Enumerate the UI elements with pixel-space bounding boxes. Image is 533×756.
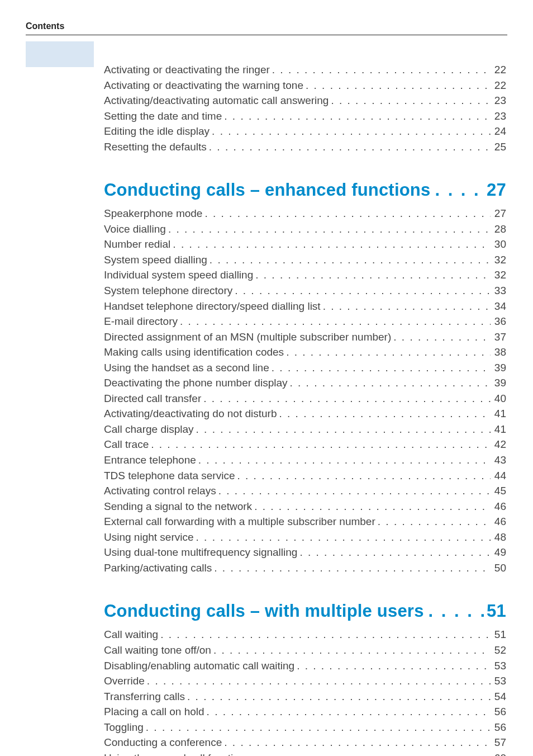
toc-entry: Using night service . . . . . . . . . . … bbox=[104, 530, 506, 545]
toc-entry-label: Number redial bbox=[104, 237, 170, 252]
toc-entry-page: 42 bbox=[491, 437, 506, 452]
toc-entry-page: 33 bbox=[491, 283, 506, 299]
toc-entry: Activating/deactivating do not disturb .… bbox=[104, 406, 506, 422]
toc-entry: Transferring calls . . . . . . . . . . .… bbox=[104, 689, 506, 705]
toc-entry: Activating control relays . . . . . . . … bbox=[104, 483, 506, 499]
toc-entry-page: 50 bbox=[491, 560, 506, 576]
toc-entry-label: Making calls using identification codes bbox=[104, 344, 284, 360]
toc-entry: Activating or deactivating the ringer . … bbox=[104, 62, 506, 78]
toc-leader: . . . . . . . . . . . . . . . . . . . . … bbox=[196, 452, 491, 468]
toc-entry-label: Handset telephone directory/speed dialli… bbox=[104, 299, 321, 314]
toc-entry-label: Editing the idle display bbox=[104, 124, 210, 139]
toc-section-page: 51 bbox=[487, 601, 506, 621]
toc-entry-page: 56 bbox=[491, 704, 506, 720]
toc-leader: . . . . . . . . . . . . . . . . . . . . … bbox=[375, 514, 491, 530]
toc-entry: Individual system speed dialling . . . .… bbox=[104, 267, 506, 283]
toc-entry-label: Deactivating the phone number display bbox=[104, 375, 287, 391]
toc-leader: . . . . . . . . . . . . . . . . . . . . … bbox=[329, 93, 491, 108]
toc-leader: . . . . . . . . . . . . . . . . . . . . … bbox=[253, 267, 491, 283]
toc-entry-label: Override bbox=[104, 673, 145, 689]
toc-leader: . . . . . . . . . . . . . . . . . . . . … bbox=[303, 78, 491, 93]
toc-entry-label: Directed assignment of an MSN (multiple … bbox=[104, 329, 391, 345]
toc-section-title: Conducting calls – enhanced functions bbox=[104, 180, 430, 200]
toc-entry-page: 41 bbox=[491, 406, 506, 422]
toc-entry: Deactivating the phone number display . … bbox=[104, 375, 506, 391]
toc-entry-label: Transferring calls bbox=[104, 689, 185, 705]
toc-entry-page: 53 bbox=[491, 658, 506, 674]
toc-entry: Using the second call function . . . . .… bbox=[104, 750, 506, 756]
toc-leader: . . . . . . . . . . . . . . . . . . . . … bbox=[294, 658, 491, 674]
toc-entry: Call trace . . . . . . . . . . . . . . .… bbox=[104, 437, 506, 452]
toc-leader: . . . . . . . . . . . . . . . . . . . . … bbox=[185, 689, 491, 705]
toc-entry-page: 43 bbox=[491, 452, 506, 468]
toc-entry-page: 25 bbox=[491, 139, 506, 155]
toc-leader: . . . . . . . . . . . . . . . . . . . . … bbox=[158, 627, 491, 642]
toc-leader: . . . . . . . . . . . . . . . . . . . . … bbox=[391, 329, 491, 345]
toc-entry: Using the handset as a second line . . .… bbox=[104, 360, 506, 376]
toc-entry: Voice dialling . . . . . . . . . . . . .… bbox=[104, 221, 506, 237]
toc-entry-page: 28 bbox=[491, 221, 506, 237]
toc-entry: Number redial . . . . . . . . . . . . . … bbox=[104, 237, 506, 252]
toc-entry-page: 48 bbox=[491, 530, 506, 545]
toc-entry-page: 27 bbox=[491, 206, 506, 221]
toc-leader: . . . . . . . . . . . . . . . . . . . . … bbox=[216, 483, 491, 499]
section-tab-strip bbox=[26, 41, 94, 67]
toc-entry-label: Call waiting bbox=[104, 627, 158, 642]
toc-entry-page: 34 bbox=[491, 299, 506, 314]
toc-entry-label: Conducting a conference bbox=[104, 735, 222, 750]
toc-entry-page: 53 bbox=[491, 673, 506, 689]
toc-entry: Conducting a conference . . . . . . . . … bbox=[104, 735, 506, 750]
toc-entry-label: Using the handset as a second line bbox=[104, 360, 269, 376]
toc-entry: Directed assignment of an MSN (multiple … bbox=[104, 329, 506, 345]
toc-entry: TDS telephone data service . . . . . . .… bbox=[104, 468, 506, 484]
toc-entry-label: Disabling/enabling automatic call waitin… bbox=[104, 658, 294, 674]
toc-section-leader: . . . . . . . . . . . . . . . . . . . . … bbox=[430, 180, 487, 200]
toc-leader: . . . . . . . . . . . . . . . . . . . . … bbox=[170, 237, 491, 252]
toc-leader: . . . . . . . . . . . . . . . . . . . . … bbox=[194, 422, 491, 437]
toc-leader: . . . . . . . . . . . . . . . . . . . . … bbox=[222, 108, 491, 124]
toc-entry: Directed call transfer . . . . . . . . .… bbox=[104, 391, 506, 407]
toc-entry: External call forwarding with a multiple… bbox=[104, 514, 506, 530]
toc-entry-page: 23 bbox=[491, 108, 506, 124]
toc-entry-label: Speakerphone mode bbox=[104, 206, 202, 221]
toc-entry-page: 23 bbox=[491, 93, 506, 108]
toc-entry: Making calls using identification codes … bbox=[104, 344, 506, 360]
toc-leader: . . . . . . . . . . . . . . . . . . . . … bbox=[277, 406, 491, 422]
toc-entry-page: 44 bbox=[491, 468, 506, 484]
toc-entry-label: Activating control relays bbox=[104, 483, 216, 499]
running-head: Contents bbox=[0, 21, 533, 35]
toc-leader: . . . . . . . . . . . . . . . . . . . . … bbox=[207, 252, 491, 268]
toc-entry-page: 49 bbox=[491, 545, 506, 560]
toc-entry-page: 39 bbox=[491, 360, 506, 376]
toc-leader: . . . . . . . . . . . . . . . . . . . . … bbox=[270, 62, 491, 78]
toc-leader: . . . . . . . . . . . . . . . . . . . . … bbox=[269, 360, 491, 376]
toc-entry-page: 37 bbox=[491, 329, 506, 345]
toc-entry-label: Using night service bbox=[104, 530, 194, 545]
toc-entry-label: Call trace bbox=[104, 437, 149, 452]
toc-entry-page: 52 bbox=[491, 642, 506, 658]
toc-leader: . . . . . . . . . . . . . . . . . . . . … bbox=[252, 499, 491, 514]
toc-entry-page: 30 bbox=[491, 237, 506, 252]
toc-entry: Call waiting . . . . . . . . . . . . . .… bbox=[104, 627, 506, 642]
toc-leader: . . . . . . . . . . . . . . . . . . . . … bbox=[201, 391, 491, 407]
toc-entry-label: Activating/deactivating do not disturb bbox=[104, 406, 277, 422]
toc-entry: Toggling . . . . . . . . . . . . . . . .… bbox=[104, 720, 506, 735]
toc-entry-label: Entrance telephone bbox=[104, 452, 196, 468]
toc-entry-page: 57 bbox=[491, 735, 506, 750]
toc-entry-label: Placing a call on hold bbox=[104, 704, 204, 720]
toc-entry: Resetting the defaults . . . . . . . . .… bbox=[104, 139, 506, 155]
toc-entry-label: Parking/activating calls bbox=[104, 560, 212, 576]
toc-entry-page: 41 bbox=[491, 422, 506, 437]
toc-leader: . . . . . . . . . . . . . . . . . . . . … bbox=[207, 139, 491, 155]
toc-entry-page: 22 bbox=[491, 62, 506, 78]
toc-entry-label: Activating/deactivating automatic call a… bbox=[104, 93, 329, 108]
toc-content: Activating or deactivating the ringer . … bbox=[104, 35, 506, 756]
toc-entry-label: System telephone directory bbox=[104, 283, 232, 299]
toc-entry: Handset telephone directory/speed dialli… bbox=[104, 299, 506, 314]
toc-leader: . . . . . . . . . . . . . . . . . . . . … bbox=[297, 545, 491, 560]
toc-entry: System telephone directory . . . . . . .… bbox=[104, 283, 506, 299]
toc-section-leader: . . . . . . . . . . . . . . . . . . . . … bbox=[424, 601, 487, 621]
toc-entry: Call waiting tone off/on . . . . . . . .… bbox=[104, 642, 506, 658]
toc-leader: . . . . . . . . . . . . . . . . . . . . … bbox=[321, 299, 491, 314]
toc-entry-label: Activating or deactivating the warning t… bbox=[104, 78, 303, 93]
